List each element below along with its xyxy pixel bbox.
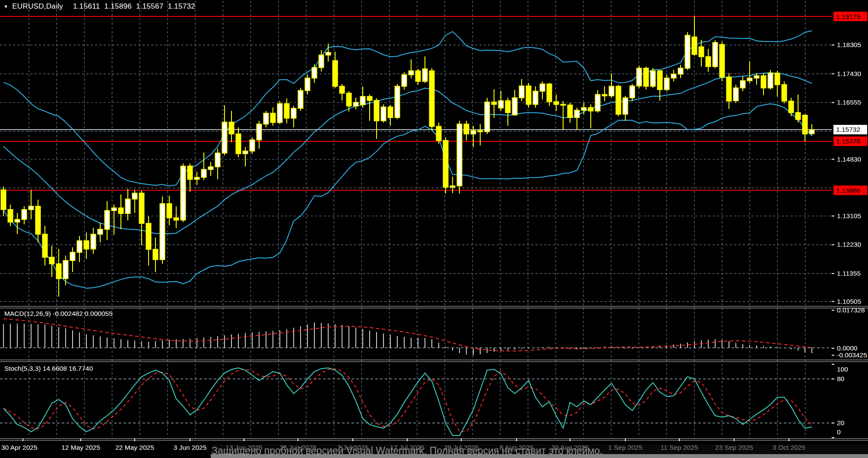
candle-body (561, 105, 566, 105)
candle-body (485, 102, 490, 131)
candle-body (616, 86, 621, 114)
candle-body (582, 108, 586, 110)
date-label: 30 Apr 2025 (1, 444, 38, 451)
candle-body (202, 169, 206, 177)
candle-body (499, 101, 504, 108)
candle-body (402, 75, 407, 86)
candle-body (8, 210, 13, 222)
candle-body (63, 261, 68, 279)
ohlc-close-value: 1.15732 (168, 2, 196, 11)
candle-body (464, 124, 469, 134)
candle-body (506, 101, 510, 112)
candle-body (36, 206, 41, 234)
watermark-banner-strip (211, 454, 868, 458)
candle-body (430, 71, 434, 127)
price-chart-area[interactable]: 1.183051.174301.165551.148301.131051.122… (0, 0, 868, 458)
stoch-pane-label-text: Stoch(5,3,3) 14.6608 16.7740 (4, 365, 93, 372)
candle-body (347, 93, 352, 106)
candle-body (748, 78, 752, 81)
candle-body (381, 107, 386, 121)
ohlc-low-value: 1.15567 (136, 2, 164, 11)
candle-body (699, 47, 704, 57)
candle-body (810, 130, 814, 134)
candle-body (43, 234, 48, 257)
candle-body (761, 76, 766, 88)
candle-body (15, 219, 20, 222)
candle-body (229, 122, 234, 134)
candle-body (133, 193, 137, 199)
candle-body (533, 91, 538, 104)
stoch-axis-label: 80 (837, 375, 845, 382)
candle-body (471, 130, 476, 134)
candle-body (437, 127, 441, 141)
candle-body (257, 124, 262, 140)
macd-axis-label: 0.0000 (837, 344, 858, 352)
candle-body (298, 91, 303, 108)
candle-body (602, 95, 607, 96)
candle-body (340, 86, 345, 93)
candle-body (236, 134, 241, 154)
candle-body (609, 86, 614, 96)
candle-body (312, 67, 317, 78)
price-tick-label: 1.14830 (837, 156, 861, 163)
stoch-axis-label: 100 (837, 366, 848, 373)
candle-body (478, 130, 483, 131)
ohlc-open-value: 1.15611 (73, 2, 100, 11)
candle-body (333, 60, 338, 86)
candle-body (1, 190, 6, 210)
candle-body (416, 71, 421, 81)
candle-body (692, 37, 697, 54)
candle-body (540, 84, 545, 91)
candle-body (803, 115, 808, 134)
date-label: 3 Jun 2025 (174, 444, 207, 451)
candle-body (575, 110, 580, 118)
stoch-pane-label: Stoch(5,3,3) 14.6608 16.7740 (4, 365, 93, 372)
price-tick-label: 1.11355 (837, 270, 861, 277)
price-tick-label: 1.12230 (837, 241, 861, 248)
price-badge-label: 1.13886 (836, 187, 860, 194)
candle-body (754, 76, 759, 78)
candle-body (271, 113, 276, 122)
symbol-period-label: EURUSD,Daily (12, 2, 63, 11)
ohlc-high-value: 1.15896 (104, 2, 132, 11)
candle-body (734, 88, 738, 101)
macd-pane-label: MACD(12,26,9) -0.002482 0.000055 (4, 310, 113, 317)
candle-body (554, 102, 559, 104)
candle-body (596, 95, 600, 111)
candle-body (651, 71, 656, 86)
candle-body (796, 113, 801, 120)
candle-body (305, 78, 310, 91)
candle-body (568, 105, 573, 118)
date-label: 22 May 2025 (115, 444, 154, 451)
candle-body (209, 167, 213, 169)
candle-body (409, 71, 414, 75)
candle-body (29, 206, 34, 210)
candle-body (174, 218, 179, 220)
stoch-axis-label: 20 (837, 419, 845, 426)
candle-body (644, 68, 649, 86)
candle-body (457, 124, 462, 186)
candle-body (637, 68, 642, 86)
candle-body (547, 84, 552, 102)
candle-body (367, 96, 372, 100)
candle-body (50, 257, 54, 264)
candle-body (167, 204, 172, 218)
macd-axis-label: 0.017328 (837, 306, 865, 314)
candle-body (84, 241, 89, 249)
price-tick-label: 1.10505 (837, 298, 861, 305)
price-badge-label: 1.19175 (836, 13, 860, 20)
candle-body (291, 108, 296, 118)
candle-body (146, 223, 151, 249)
candle-body (492, 102, 497, 104)
candle-body (727, 77, 732, 101)
candle-body (188, 166, 193, 179)
candle-body (775, 73, 780, 85)
price-tick-label: 1.16555 (837, 99, 861, 106)
macd-pane-label-text: MACD(12,26,9) -0.002482 0.000055 (4, 310, 113, 317)
candle-body (423, 69, 428, 81)
candle-body (741, 81, 745, 88)
candle-body (630, 86, 635, 98)
candle-body (222, 122, 227, 153)
candle-body (181, 166, 186, 220)
candle-body (789, 101, 794, 113)
